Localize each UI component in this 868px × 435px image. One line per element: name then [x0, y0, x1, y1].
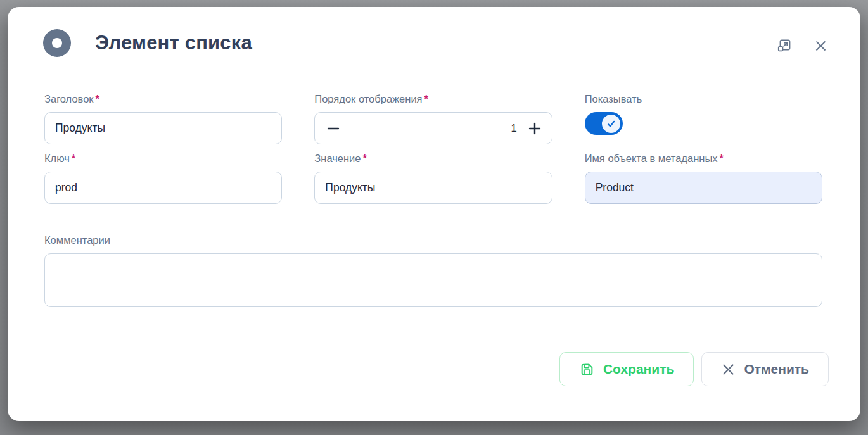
- close-button[interactable]: [812, 37, 830, 55]
- field-comments: Комментарии: [44, 234, 822, 307]
- required-marker: *: [72, 153, 75, 164]
- modal-backdrop: Элемент списка: [0, 0, 868, 435]
- key-input[interactable]: [44, 172, 282, 204]
- value-label: Значение: [314, 153, 361, 164]
- required-marker: *: [424, 93, 428, 104]
- save-button-label: Сохранить: [603, 362, 674, 377]
- field-display-order: Порядок отображения* 1: [314, 93, 552, 144]
- cancel-button-label: Отменить: [744, 362, 809, 377]
- expand-icon: [776, 37, 793, 54]
- field-title: Заголовок*: [44, 93, 282, 144]
- dialog-footer: Сохранить Отменить: [8, 352, 829, 386]
- dialog-header: Элемент списка: [8, 7, 860, 57]
- check-icon: [605, 118, 617, 130]
- minus-icon: [326, 122, 340, 136]
- order-label: Порядок отображения: [314, 93, 422, 104]
- required-marker: *: [720, 153, 724, 164]
- dialog-title: Элемент списка: [95, 32, 252, 54]
- metadata-label: Имя объекта в метаданных: [585, 153, 718, 164]
- field-key: Ключ*: [44, 153, 282, 204]
- key-label: Ключ: [44, 153, 70, 164]
- title-input[interactable]: [44, 112, 282, 144]
- required-marker: *: [96, 93, 99, 104]
- save-button[interactable]: Сохранить: [559, 352, 694, 386]
- expand-button[interactable]: [775, 36, 794, 55]
- show-label: Показывать: [585, 93, 642, 104]
- value-input[interactable]: [314, 172, 552, 204]
- order-value[interactable]: 1: [511, 122, 516, 134]
- show-toggle[interactable]: [585, 112, 623, 135]
- field-metadata-name: Имя объекта в метаданных*: [585, 153, 822, 204]
- record-circle-icon: [43, 29, 71, 57]
- order-stepper: 1: [314, 112, 552, 144]
- form-grid: Заголовок* Порядок отображения* 1: [44, 93, 822, 204]
- required-marker: *: [363, 153, 367, 164]
- close-icon: [813, 38, 829, 54]
- comments-label: Комментарии: [44, 234, 110, 246]
- comments-textarea[interactable]: [44, 253, 822, 307]
- cancel-button[interactable]: Отменить: [701, 352, 829, 386]
- increment-button[interactable]: [525, 119, 544, 138]
- cancel-x-icon: [721, 362, 736, 377]
- list-item-dialog: Элемент списка: [8, 7, 860, 421]
- field-show: Показывать: [585, 93, 822, 144]
- metadata-name-input[interactable]: [585, 172, 822, 204]
- title-label: Заголовок: [44, 93, 94, 104]
- field-value: Значение*: [314, 153, 552, 204]
- save-icon: [579, 362, 595, 377]
- plus-icon: [528, 122, 542, 136]
- decrement-button[interactable]: [324, 119, 343, 138]
